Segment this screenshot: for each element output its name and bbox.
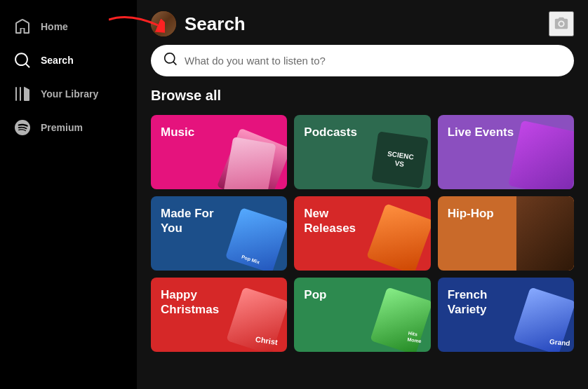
search-icon <box>14 52 31 69</box>
camera-icon <box>554 16 569 32</box>
category-card-happy-christmas[interactable]: HappyChristmas Christ <box>151 278 287 352</box>
category-card-new-releases[interactable]: NewReleases <box>294 196 430 271</box>
header-left: Search <box>151 11 246 36</box>
category-label-live-events: Live Events <box>448 125 514 139</box>
podcasts-art-text: SCIENCVS <box>385 149 414 170</box>
category-label-pop: Pop <box>304 287 326 302</box>
category-card-hip-hop[interactable]: Hip-Hop <box>438 196 574 271</box>
live-events-art <box>508 121 574 189</box>
category-label-new-releases: NewReleases <box>304 206 356 236</box>
podcasts-art: SCIENCVS <box>371 131 428 188</box>
category-grid: Music Podcasts SCIENCVS Live Events <box>151 115 574 352</box>
music-art-2 <box>224 137 276 189</box>
library-icon <box>14 86 31 102</box>
mfy-art: Pop Mix <box>225 207 287 271</box>
category-card-podcasts[interactable]: Podcasts SCIENCVS <box>294 115 430 189</box>
category-label-podcasts: Podcasts <box>304 125 357 139</box>
sidebar: Home Search Your Library <box>0 0 137 389</box>
sidebar-item-premium[interactable]: Premium <box>6 112 131 143</box>
category-label-hip-hop: Hip-Hop <box>448 206 494 221</box>
mfy-art-label: Pop Mix <box>241 254 261 265</box>
page-title: Search <box>185 13 246 35</box>
browse-section: Browse all Music Podcasts SCIENCVS <box>137 88 588 389</box>
sidebar-item-library[interactable]: Your Library <box>6 79 131 109</box>
avatar[interactable] <box>151 11 176 36</box>
category-card-made-for-you[interactable]: Made For You Pop Mix <box>151 196 287 271</box>
search-input-icon <box>163 52 178 69</box>
sidebar-nav: Home Search Your Library <box>0 11 137 143</box>
category-label-happy-christmas: HappyChristmas <box>161 287 219 318</box>
main-content: Search Browse all <box>137 0 588 389</box>
pop-art-text: HitsMome <box>407 329 423 344</box>
hh-art <box>516 196 574 271</box>
category-label-made-for-you: Made For You <box>161 206 231 236</box>
sidebar-item-home-label: Home <box>41 21 68 32</box>
search-input-wrapper[interactable] <box>151 45 574 76</box>
category-card-music[interactable]: Music <box>151 115 287 189</box>
category-card-pop[interactable]: Pop HitsMome <box>294 278 430 352</box>
category-label-french-variety: FrenchVariety <box>448 287 488 318</box>
sidebar-item-library-label: Your Library <box>41 88 98 100</box>
home-icon <box>14 18 31 35</box>
category-card-french-variety[interactable]: FrenchVariety Grand <box>438 278 574 352</box>
header: Search <box>137 0 588 45</box>
sidebar-item-home[interactable]: Home <box>6 11 131 42</box>
search-input[interactable] <box>185 55 561 67</box>
category-card-live-events[interactable]: Live Events <box>438 115 574 189</box>
camera-button[interactable] <box>549 11 574 36</box>
nr-art <box>366 203 431 271</box>
search-box-container <box>137 45 588 88</box>
pop-art <box>370 287 431 352</box>
sidebar-item-search-label: Search <box>41 55 74 66</box>
sidebar-item-premium-label: Premium <box>41 122 83 133</box>
category-label-music: Music <box>161 125 194 139</box>
browse-all-title: Browse all <box>151 88 574 104</box>
sidebar-item-search[interactable]: Search <box>6 45 131 76</box>
spotify-icon <box>14 119 31 136</box>
